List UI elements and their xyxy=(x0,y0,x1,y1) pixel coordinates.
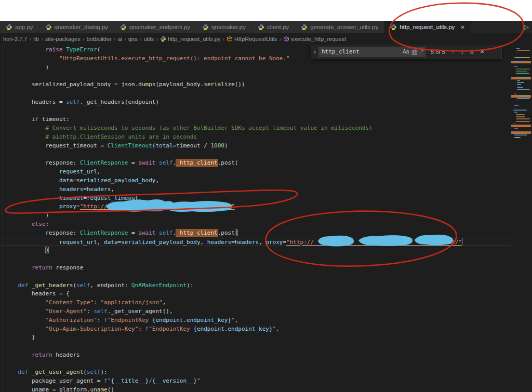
code-line[interactable]: else: xyxy=(0,220,511,229)
tab-app.py[interactable]: app.py xyxy=(0,21,39,33)
breadcrumb-item-qna[interactable]: qna xyxy=(128,36,138,42)
code-line[interactable]: if timeout: xyxy=(0,115,511,124)
breadcrumb-item-botbuilder[interactable]: botbuilder xyxy=(86,36,111,42)
code-line[interactable]: proxy="http://...,, 16 80/" xyxy=(0,202,511,211)
code-line[interactable]: def _get_headers(self, endpoint: QnAMake… xyxy=(0,281,511,290)
code-line[interactable] xyxy=(0,107,511,116)
breadcrumb-separator-icon: › xyxy=(222,36,224,42)
tab-qnamaker.py[interactable]: qnamaker.py xyxy=(196,21,252,33)
minimap-line xyxy=(514,105,518,106)
python-icon xyxy=(202,24,209,31)
breadcrumb-item-lib[interactable]: lib xyxy=(33,36,39,42)
next-match-button[interactable]: ↓ xyxy=(461,48,464,56)
minimap-line xyxy=(516,114,525,115)
tab-http_request_utils.py[interactable]: http_request_utils.py✕ xyxy=(384,21,471,33)
tab-close-icon[interactable]: ✕ xyxy=(460,24,464,30)
code-line[interactable]: uname = platform.uname() xyxy=(0,386,511,392)
code-line[interactable]: "Content-Type": "application/json", xyxy=(0,299,511,307)
match-case-toggle[interactable]: Aa xyxy=(403,49,409,55)
code-line[interactable]: return headers xyxy=(0,351,511,360)
code-line[interactable]: headers=headers, xyxy=(0,185,511,194)
code-line[interactable]: # Convert miliseconds to seconds (as oth… xyxy=(0,124,511,133)
code-line[interactable]: } xyxy=(0,333,511,342)
code-area[interactable]: raise TypeError( "HttpRequestUtils.execu… xyxy=(0,46,511,392)
code-line[interactable]: timeout=request_timeout, xyxy=(0,194,511,203)
minimap-line xyxy=(514,123,515,124)
code-line[interactable]: return response xyxy=(0,264,511,273)
code-line[interactable]: "Authorization": f"EndpointKey {endpoint… xyxy=(0,316,511,325)
python-icon xyxy=(45,24,52,31)
minimap-line xyxy=(516,69,530,70)
code-line[interactable]: request_url, xyxy=(0,168,511,177)
code-line[interactable]: ) xyxy=(0,63,511,72)
minimap-line xyxy=(516,71,527,72)
code-line[interactable] xyxy=(0,360,511,369)
code-editor[interactable]: raise TypeError( "HttpRequestUtils.execu… xyxy=(0,45,532,392)
code-line[interactable]: request_timeout = ClientTimeout(total=ti… xyxy=(0,142,511,151)
breadcrumb-item-HttpRequestUtils[interactable]: HttpRequestUtils xyxy=(227,36,277,42)
code-line[interactable]: data=serialized_payload_body, xyxy=(0,177,511,185)
breadcrumb-item-site-packages[interactable]: site-packages xyxy=(45,36,81,42)
breadcrumb-item-ai[interactable]: ai xyxy=(117,36,122,42)
breadcrumb-separator-icon: › xyxy=(280,36,282,42)
minimap-line xyxy=(516,118,530,119)
breadcrumb-label: lib xyxy=(33,36,39,42)
whole-word-toggle[interactable]: ab xyxy=(411,49,417,55)
breadcrumb-separator-icon: › xyxy=(156,36,158,42)
code-line[interactable] xyxy=(0,151,511,159)
minimap-line xyxy=(514,66,517,67)
code-line[interactable]: def _get_user_agent(self): xyxy=(0,368,511,377)
previous-match-button[interactable]: ↑ xyxy=(451,48,455,56)
code-line[interactable]: # aiohttp.ClientSession units are in sec… xyxy=(0,133,511,142)
code-line[interactable]: package_user_agent = f"{__title__}/{__ve… xyxy=(0,377,511,386)
minimap-line xyxy=(514,93,516,94)
tab-generate_answer_utils.py[interactable]: generate_answer_utils.py xyxy=(295,21,384,33)
top-white-strip xyxy=(0,0,532,21)
close-search-icon[interactable]: ✕ xyxy=(480,48,485,55)
code-line[interactable] xyxy=(0,89,511,98)
breadcrumb-item-hon-3.7.7[interactable]: hon-3.7.7 xyxy=(3,36,27,42)
search-input[interactable] xyxy=(322,48,400,55)
code-line[interactable] xyxy=(0,273,511,281)
breadcrumb-separator-icon: › xyxy=(29,36,31,42)
code-line[interactable] xyxy=(0,72,511,80)
code-line[interactable]: "User-Agent": self._get_user_agent(), xyxy=(0,307,511,316)
tab-label: client.py xyxy=(267,24,289,30)
code-line[interactable]: response: ClientResponse = await self._h… xyxy=(0,229,511,238)
find-in-selection-button[interactable]: ≡ xyxy=(470,48,474,56)
minimap-line xyxy=(514,112,517,113)
tab-qnamaker_endpoint.py[interactable]: qnamaker_endpoint.py xyxy=(114,21,196,33)
minimap-line xyxy=(513,132,520,133)
tab-client.py[interactable]: client.py xyxy=(252,21,295,33)
tab-label: qnamaker.py xyxy=(211,24,246,30)
code-line[interactable]: "Ocp-Apim-Subscription-Key": f"EndpointK… xyxy=(0,325,511,334)
breadcrumb-label: hon-3.7.7 xyxy=(3,36,27,42)
run-button[interactable]: ▷ xyxy=(521,21,532,33)
minimap-line xyxy=(516,91,516,92)
code-line[interactable]: ) xyxy=(0,211,511,220)
breadcrumb-item-utils[interactable]: utils xyxy=(144,36,154,42)
expand-replace-chevron-icon[interactable]: › xyxy=(311,48,318,56)
text-cursor xyxy=(462,238,462,245)
code-line[interactable]: headers = { xyxy=(0,290,511,299)
code-line[interactable]: headers = self._get_headers(endpoint) xyxy=(0,98,511,107)
code-line[interactable]: serialized_payload_body = json.dumps(pay… xyxy=(0,80,511,89)
code-line[interactable] xyxy=(0,255,511,264)
class-symbol-icon xyxy=(227,36,233,42)
minimap[interactable] xyxy=(511,45,532,392)
minimap-line xyxy=(516,48,520,49)
python-icon xyxy=(120,24,127,31)
breadcrumb-item-http_request_utils.py[interactable]: http_request_utils.py xyxy=(160,36,221,42)
minimap-line xyxy=(514,57,530,58)
code-line[interactable]: response: ClientResponse = await self._h… xyxy=(0,159,511,168)
code-line[interactable]: ) xyxy=(0,246,511,255)
python-icon xyxy=(160,36,166,42)
regex-toggle[interactable]: .* xyxy=(420,49,423,55)
code-line[interactable] xyxy=(0,342,511,351)
breadcrumb-label: HttpRequestUtils xyxy=(234,36,277,42)
tab-qnamaker_dialog.py[interactable]: qnamaker_dialog.py xyxy=(39,21,115,33)
breadcrumb-label: execute_http_request xyxy=(291,36,346,42)
code-line[interactable]: request_url, data=serialized_payload_bod… xyxy=(0,238,511,247)
breadcrumb-item-execute_http_request[interactable]: execute_http_request xyxy=(283,36,346,42)
breadcrumb-label: utils xyxy=(144,36,154,42)
